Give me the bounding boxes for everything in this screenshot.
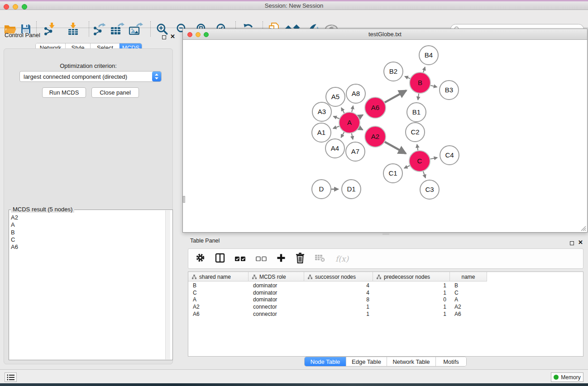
edge-A6-B[interactable] (385, 91, 406, 102)
window-titlebar[interactable]: Session: New Session (0, 1, 588, 10)
column-header-predecessor-nodes[interactable]: predecessor nodes (373, 272, 450, 281)
table-settings-button[interactable] (196, 253, 205, 264)
column-header-shared-name[interactable]: shared name (188, 272, 249, 281)
edge-B-B2[interactable] (405, 76, 410, 79)
table-row[interactable]: Adominator80A (188, 296, 487, 303)
node-B1[interactable]: B1 (407, 103, 426, 122)
node-C1[interactable]: C1 (383, 164, 402, 183)
node-B4[interactable]: B4 (419, 46, 438, 65)
node-A7[interactable]: A7 (346, 142, 365, 161)
table-cell[interactable]: A2 (188, 304, 249, 310)
node-B3[interactable]: B3 (440, 81, 459, 100)
select-all-columns-button[interactable] (235, 255, 246, 263)
create-column-button[interactable] (277, 253, 286, 264)
table-cell[interactable]: A6 (450, 311, 487, 317)
network-view-window[interactable]: testGlobe.txt AA1A2A3A4A5A6A7A8BB1B2B3B4… (182, 29, 588, 233)
network-vertical-scroll-thumb[interactable] (183, 196, 185, 203)
result-item[interactable]: A6 (11, 243, 18, 251)
table-cell[interactable]: B (450, 282, 487, 289)
edge-C-C3[interactable] (423, 172, 425, 178)
edge-A-A8[interactable] (352, 106, 353, 112)
table-cell[interactable]: A2 (450, 304, 487, 310)
table-row[interactable]: Bdominator41B (188, 282, 487, 289)
table-cell[interactable]: dominator (249, 296, 304, 303)
node-A3[interactable]: A3 (312, 102, 331, 121)
node-D[interactable]: D (312, 180, 331, 199)
node-D1[interactable]: D1 (342, 180, 361, 199)
result-item[interactable]: C (11, 236, 18, 243)
node-A[interactable]: A (339, 112, 360, 133)
node-C4[interactable]: C4 (440, 146, 459, 165)
node-A8[interactable]: A8 (346, 84, 365, 103)
column-header-name[interactable]: name (450, 272, 487, 281)
edge-C-C1[interactable] (404, 166, 410, 168)
edge-B-B1[interactable] (418, 94, 419, 100)
edge-A-A3[interactable] (333, 116, 339, 119)
table-cell[interactable]: 1 (373, 311, 450, 317)
column-header-successor-nodes[interactable]: successor nodes (304, 272, 373, 281)
node-B2[interactable]: B2 (384, 62, 403, 81)
table-cell[interactable]: dominator (249, 282, 304, 289)
edge-A2-C[interactable] (385, 142, 406, 154)
criterion-dropdown[interactable]: largest connected component (directed) (19, 71, 162, 82)
minimize-window-button[interactable] (13, 4, 18, 10)
network-graph[interactable]: AA1A2A3A4A5A6A7A8BB1B2B3B4CC1C2C3C4DD1 (183, 40, 587, 232)
tab-motifs[interactable]: Motifs (435, 357, 466, 366)
export-table-button[interactable] (110, 22, 124, 36)
edge-A-A4[interactable] (341, 132, 344, 138)
memory-button[interactable]: Memory (551, 372, 583, 382)
result-scrollbar[interactable] (165, 210, 170, 359)
zoom-window-button[interactable] (22, 4, 27, 10)
node-C2[interactable]: C2 (406, 123, 425, 142)
table-panel-float-button[interactable] (570, 239, 574, 247)
network-window-titlebar[interactable]: testGlobe.txt (183, 29, 587, 40)
node-A5[interactable]: A5 (326, 87, 345, 106)
network-close-button[interactable] (187, 32, 192, 37)
node-C[interactable]: C (409, 151, 430, 172)
edge-A-A7[interactable] (352, 133, 353, 140)
network-horizontal-scroll-thumb[interactable] (382, 233, 389, 235)
column-panel-button[interactable] (215, 253, 225, 265)
network-canvas[interactable]: AA1A2A3A4A5A6A7A8BB1B2B3B4CC1C2C3C4DD1 (183, 40, 587, 232)
node-C3[interactable]: C3 (420, 180, 439, 199)
table-cell[interactable]: C (188, 290, 249, 296)
edge-A-A1[interactable] (333, 126, 339, 129)
delete-table-button[interactable] (315, 253, 325, 264)
tab-network-table[interactable]: Network Table (387, 357, 435, 366)
deselect-all-columns-button[interactable] (256, 255, 267, 263)
node-A1[interactable]: A1 (312, 123, 331, 142)
edge-C-C2[interactable] (417, 144, 418, 150)
table-cell[interactable]: connector (249, 304, 304, 310)
close-window-button[interactable] (4, 4, 9, 10)
table-panel-close-button[interactable]: ✕ (578, 238, 583, 246)
result-item[interactable]: B (11, 229, 18, 236)
node-B[interactable]: B (410, 72, 430, 93)
column-header-MCDS-role[interactable]: MCDS role (249, 272, 304, 281)
function-builder-button[interactable]: f(x) (335, 254, 349, 263)
edge-C-C4[interactable] (430, 157, 438, 159)
table-row[interactable]: A6connector11A6 (188, 310, 487, 318)
table-cell[interactable]: C (450, 290, 487, 296)
network-zoom-button[interactable] (204, 32, 209, 37)
show-panels-button[interactable] (5, 372, 17, 382)
table-cell[interactable]: A6 (188, 311, 249, 317)
import-network-button[interactable] (43, 22, 56, 36)
table-cell[interactable]: B (188, 282, 249, 289)
export-network-button[interactable] (92, 22, 106, 36)
edge-A-A2[interactable] (359, 128, 363, 129)
edge-B-B3[interactable] (430, 86, 437, 87)
run-mcds-button[interactable]: Run MCDS (42, 87, 86, 98)
node-A6[interactable]: A6 (365, 97, 386, 118)
table-cell[interactable]: A (188, 296, 249, 303)
result-item[interactable]: A (11, 221, 18, 229)
tab-edge-table[interactable]: Edge Table (346, 357, 387, 366)
table-cell[interactable]: 1 (373, 290, 450, 296)
table-cell[interactable]: 1 (304, 304, 373, 310)
control-panel-close-button[interactable]: ✕ (170, 32, 175, 40)
table-cell[interactable]: 8 (304, 296, 373, 303)
control-panel-float-button[interactable] (162, 33, 166, 41)
table-cell[interactable]: 1 (304, 311, 373, 317)
edge-A-A6[interactable] (359, 115, 363, 117)
table-cell[interactable]: 1 (373, 282, 450, 289)
table-row[interactable]: A2connector11A2 (188, 303, 487, 310)
